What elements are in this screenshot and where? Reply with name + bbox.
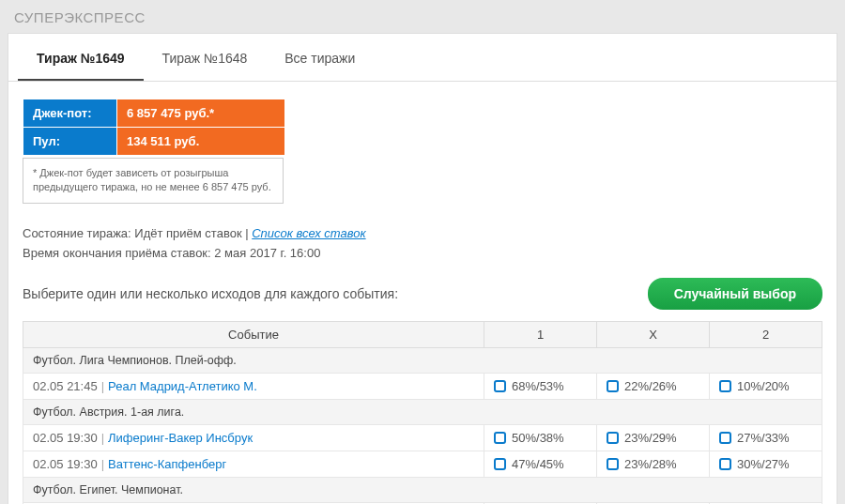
jackpot-label: Джек-пот: [23, 99, 117, 128]
events-table: Событие 1 X 2 Футбол. Лига Чемпионов. Пл… [23, 321, 822, 504]
col-2: 2 [710, 322, 822, 348]
outcome-cell: 22%/26% [597, 374, 710, 400]
outcome-checkbox[interactable] [719, 432, 731, 444]
outcome-cell: 47%/45% [484, 451, 597, 478]
outcome-checkbox[interactable] [607, 458, 619, 470]
event-time: 02.05 19:30 [33, 457, 98, 471]
event-teams[interactable]: Реал Мадрид-Атлетико М. [108, 379, 257, 393]
group-title: Футбол. Египет. Чемпионат. [23, 478, 822, 503]
event-teams[interactable]: Ваттенс-Капфенберг [108, 457, 226, 471]
select-row: Выберите один или несколько исходов для … [23, 278, 822, 310]
main-panel: Тираж №1649 Тираж №1648 Все тиражи Джек-… [8, 33, 837, 504]
outcome-percent: 68%/53% [512, 379, 564, 393]
col-x: X [597, 322, 710, 348]
outcome-cell: 50%/38% [484, 425, 597, 451]
random-choice-button[interactable]: Случайный выбор [648, 278, 822, 310]
group-row: Футбол. Египет. Чемпионат. [23, 478, 822, 503]
event-time: 02.05 19:30 [33, 431, 98, 445]
tab-draw-1648[interactable]: Тираж №1648 [144, 34, 267, 81]
col-event: Событие [23, 322, 484, 348]
outcome-checkbox[interactable] [494, 458, 506, 470]
outcome-checkbox[interactable] [719, 380, 731, 392]
outcome-percent: 10%/20% [737, 379, 790, 393]
outcome-percent: 23%/28% [624, 457, 677, 471]
page-title: СУПЕРЭКСПРЕСС [0, 0, 845, 33]
outcome-percent: 30%/27% [737, 457, 790, 471]
outcome-percent: 27%/33% [737, 431, 790, 445]
jackpot-value: 6 857 475 руб.* [117, 99, 285, 128]
end-label: Время окончания приёма ставок: [23, 246, 211, 260]
outcome-cell: 27%/33% [710, 425, 822, 451]
event-teams[interactable]: Лиферинг-Вакер Инсбрук [108, 431, 253, 445]
group-row: Футбол. Лига Чемпионов. Плей-офф. [23, 348, 822, 374]
end-value: 2 мая 2017 г. 16:00 [214, 246, 320, 260]
outcome-percent: 47%/45% [512, 457, 564, 471]
outcome-checkbox[interactable] [719, 458, 731, 470]
select-prompt: Выберите один или несколько исходов для … [23, 286, 398, 301]
event-cell: 02.05 19:30|Лиферинг-Вакер Инсбрук [23, 425, 484, 451]
table-row: 02.05 19:30|Ваттенс-Капфенберг47%/45%23%… [23, 451, 822, 478]
outcome-cell: 10%/20% [710, 374, 822, 400]
outcome-checkbox[interactable] [607, 432, 619, 444]
outcome-checkbox[interactable] [607, 380, 619, 392]
outcome-percent: 23%/29% [624, 431, 677, 445]
event-cell: 02.05 21:45|Реал Мадрид-Атлетико М. [23, 374, 484, 400]
pool-label: Пул: [23, 128, 117, 156]
group-title: Футбол. Австрия. 1-ая лига. [23, 400, 822, 425]
outcome-checkbox[interactable] [494, 380, 506, 392]
outcome-cell: 68%/53% [484, 374, 597, 400]
group-title: Футбол. Лига Чемпионов. Плей-офф. [23, 348, 822, 374]
table-row: 02.05 19:30|Лиферинг-Вакер Инсбрук50%/38… [23, 425, 822, 451]
jackpot-disclaimer: * Джек-пот будет зависеть от розыгрыша п… [23, 158, 284, 204]
outcome-cell: 23%/29% [597, 425, 710, 451]
outcome-cell: 23%/28% [597, 451, 710, 478]
all-bets-link[interactable]: Список всех ставок [252, 226, 365, 240]
tabs: Тираж №1649 Тираж №1648 Все тиражи [8, 34, 837, 82]
outcome-checkbox[interactable] [494, 432, 506, 444]
tab-draw-1649[interactable]: Тираж №1649 [18, 34, 144, 81]
state-label: Состояние тиража: [23, 226, 131, 240]
outcome-cell: 30%/27% [710, 451, 822, 478]
group-row: Футбол. Австрия. 1-ая лига. [23, 400, 822, 425]
tab-all-draws[interactable]: Все тиражи [266, 34, 374, 81]
jackpot-table: Джек-пот: 6 857 475 руб.* Пул: 134 511 р… [23, 99, 285, 156]
outcome-percent: 50%/38% [512, 431, 564, 445]
col-1: 1 [484, 322, 597, 348]
pool-value: 134 511 руб. [117, 128, 285, 156]
table-row: 02.05 21:45|Реал Мадрид-Атлетико М.68%/5… [23, 374, 822, 400]
event-cell: 02.05 19:30|Ваттенс-Капфенберг [23, 451, 484, 478]
status-block: Состояние тиража: Идёт приём ставок | Сп… [23, 224, 822, 264]
event-time: 02.05 21:45 [33, 379, 98, 393]
outcome-percent: 22%/26% [624, 379, 677, 393]
state-value: Идёт приём ставок [134, 226, 241, 240]
